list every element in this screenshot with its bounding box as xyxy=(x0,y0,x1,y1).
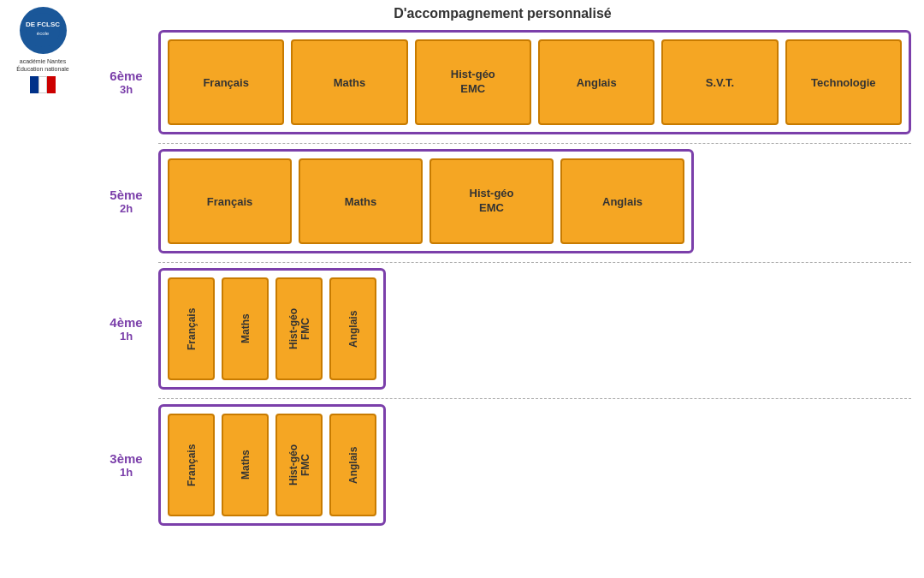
subject-histgeo-6: Hist-géoEMC xyxy=(415,39,531,125)
subject-maths-4: Maths xyxy=(222,277,269,380)
level-row-6: 6ème 3h Français Maths Hist-géoEMC Angla… xyxy=(94,30,911,134)
level-label-6: 6ème 3h xyxy=(94,69,158,96)
level-hours-6: 3h xyxy=(94,83,158,96)
subject-anglais-4: Anglais xyxy=(329,277,376,380)
main-content: D'accompagnement personnalisé 6ème 3h Fr… xyxy=(86,0,924,578)
subject-francais-6: Français xyxy=(168,39,284,125)
level-name-5: 5ème xyxy=(94,188,158,202)
level-label-3: 3ème 1h xyxy=(94,451,158,479)
level-row-5: 5ème 2h Français Maths Hist-géoEMC Angla… xyxy=(94,149,911,253)
subjects-box-4: Français Maths Hist-géoFMC Anglais xyxy=(158,268,386,390)
level-hours-3: 1h xyxy=(94,466,158,479)
logo-text: académie Nantes Éducation nationale xyxy=(7,57,79,73)
subject-francais-3: Français xyxy=(168,414,215,516)
level-row-3: 3ème 1h Français Maths Hist-géoFMC Angla… xyxy=(94,404,911,526)
page-container: DE FCLSC école académie Nantes Éducation… xyxy=(0,0,924,578)
level-name-4: 4ème xyxy=(94,315,158,330)
level-hours-5: 2h xyxy=(94,202,158,215)
flag-icon xyxy=(30,76,56,93)
subject-maths-6: Maths xyxy=(291,39,407,125)
level-name-3: 3ème xyxy=(94,451,158,466)
svg-text:école: école xyxy=(36,31,49,36)
svg-point-0 xyxy=(26,13,60,47)
divider-3 xyxy=(158,398,911,399)
level-hours-4: 1h xyxy=(94,330,158,343)
level-label-4: 4ème 1h xyxy=(94,315,158,343)
subjects-box-3: Français Maths Hist-géoFMC Anglais xyxy=(158,404,386,526)
svg-text:DE FCLSC: DE FCLSC xyxy=(26,21,60,28)
subject-technologie-6: Technologie xyxy=(785,39,902,125)
subjects-box-5: Français Maths Hist-géoEMC Anglais xyxy=(158,149,694,253)
subject-histgeo-4: Hist-géoFMC xyxy=(275,277,323,380)
sidebar: DE FCLSC école académie Nantes Éducation… xyxy=(0,0,86,578)
subject-anglais-5: Anglais xyxy=(560,158,684,244)
subject-francais-4: Français xyxy=(168,277,215,380)
level-label-5: 5ème 2h xyxy=(94,188,158,215)
subject-svt-6: S.V.T. xyxy=(661,39,778,125)
level-row-4: 4ème 1h Français Maths Hist-géoFMC Angla… xyxy=(94,268,911,390)
page-title: D'accompagnement personnalisé xyxy=(94,6,911,21)
logo-area: DE FCLSC école académie Nantes Éducation… xyxy=(7,7,79,93)
logo-circle: DE FCLSC école xyxy=(20,7,67,54)
subject-anglais-6: Anglais xyxy=(538,39,654,125)
subject-francais-5: Français xyxy=(168,158,292,244)
subject-maths-3: Maths xyxy=(222,414,269,516)
subject-histgeo-5: Hist-géoEMC xyxy=(429,158,554,244)
divider-1 xyxy=(158,143,911,144)
divider-2 xyxy=(158,262,911,263)
subject-maths-5: Maths xyxy=(299,158,423,244)
subject-histgeo-3: Hist-géoFMC xyxy=(275,414,323,516)
subjects-box-6: Français Maths Hist-géoEMC Anglais S.V.T… xyxy=(158,30,911,134)
level-name-6: 6ème xyxy=(94,69,158,83)
subject-anglais-3: Anglais xyxy=(329,414,376,516)
